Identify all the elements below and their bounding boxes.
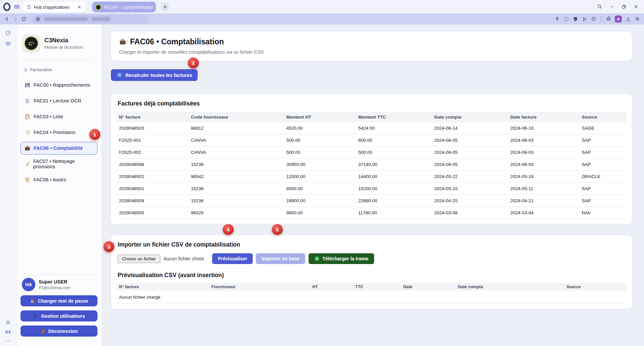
extensions-icon[interactable] xyxy=(606,16,611,22)
users-icon xyxy=(33,313,38,319)
sidebar-item-label: FAC01 • Lecture OCR xyxy=(34,98,81,103)
sidebar-item-fac01[interactable]: FAC01 • Lecture OCR xyxy=(21,94,97,107)
button-label: Gestion utilisateurs xyxy=(41,313,85,319)
booked-invoices-card: Factures déjà comptabilisées N° factureC… xyxy=(111,94,632,224)
new-tab-button[interactable]: + xyxy=(161,3,169,11)
broom-icon xyxy=(24,161,30,167)
column-header: HT xyxy=(310,283,353,291)
tab-tiling-icon[interactable] xyxy=(13,3,20,10)
column-header: Source xyxy=(564,283,627,291)
table-cell: 15236 xyxy=(188,183,284,195)
sidebar-item-fac00[interactable]: FAC00 • Rapprochements xyxy=(21,79,97,91)
minimize-window-icon[interactable] xyxy=(609,4,614,9)
workspaces-icon[interactable] xyxy=(5,41,11,47)
preview-button[interactable]: Prévisualiser xyxy=(212,253,253,264)
annotation-badge-1: 1 xyxy=(89,129,100,140)
page-subtitle: Charger et importer de nouvelles comptab… xyxy=(119,49,624,55)
tab-title: FAC06 – Comptabilisation xyxy=(104,5,153,10)
speed-dial-icon[interactable] xyxy=(5,30,11,36)
search-tabs-icon[interactable] xyxy=(597,4,602,9)
table-row: 20280485681523630950.0037140.002024-06-0… xyxy=(116,159,627,171)
table-cell: 2028048502 xyxy=(116,171,188,183)
sidebar-item-fac03[interactable]: FAC03 • Liste xyxy=(21,110,97,123)
column-header: Source xyxy=(579,112,627,122)
pin-icon[interactable] xyxy=(555,16,560,22)
choose-file-button[interactable]: Choisir un fichier xyxy=(118,255,160,263)
table-cell: SAP xyxy=(579,146,627,159)
table-cell: 2028048501 xyxy=(116,183,188,195)
column-header: Date facture xyxy=(508,112,579,122)
changer-mot-de-passe-button[interactable]: Changer mot de passe xyxy=(21,295,97,306)
download-template-button[interactable]: Télécharger la trame xyxy=(309,253,374,264)
downloads-icon[interactable] xyxy=(626,16,631,22)
section-label: Facturation xyxy=(30,68,52,72)
browser-window: Hub d'applications FAC06 – Comptabilisat… xyxy=(0,0,644,346)
sidebar-item-fac08[interactable]: FAC08 • Avoirs xyxy=(21,173,97,186)
tab-hub-applications[interactable]: Hub d'applications xyxy=(23,2,85,12)
sidebar-item-fac04[interactable]: FAC04 • Provisions xyxy=(21,126,97,139)
scrollgray-icon xyxy=(24,98,31,104)
globe-icon xyxy=(35,16,41,22)
sidebar-item-label: FAC04 • Provisions xyxy=(34,130,75,135)
table-cell: 2024-06-05 xyxy=(432,159,508,171)
table-cell: 12000.00 xyxy=(284,171,356,183)
clipboard-icon xyxy=(24,114,31,120)
tab-title: Hub d'applications xyxy=(34,5,74,10)
table-cell: 2024-05-19 xyxy=(508,171,579,183)
floppy-icon xyxy=(24,82,31,88)
import-to-db-button[interactable]: Importer en base xyxy=(256,253,305,264)
user-row: HA Super USER P0@c3nexia.com xyxy=(22,278,96,291)
table-cell: 2024-03-08 xyxy=(432,207,508,219)
table-cell: 2024-06-10 xyxy=(508,122,579,134)
table-cell: 2024-04-25 xyxy=(432,195,508,207)
url-redacted xyxy=(91,17,110,21)
tab-fac06-comptabilisation[interactable]: FAC06 – Comptabilisation xyxy=(92,2,156,12)
tab-close-icon[interactable] xyxy=(77,5,82,9)
table-cell: ORACLE xyxy=(579,171,627,183)
opera-logo-icon[interactable] xyxy=(3,3,10,11)
section-facturation: Facturation xyxy=(23,68,97,72)
browser-side-strip: GX ⋯ xyxy=(0,25,16,346)
import-controls: Choisir un fichier Aucun fichier choisi … xyxy=(118,253,627,264)
table-cell: 2028048503 xyxy=(116,122,188,134)
sidebar-item-label: FAC06 • Comptabilité xyxy=(34,145,83,151)
forward-icon[interactable] xyxy=(12,16,18,22)
table-cell: 18900.00 xyxy=(284,195,356,207)
gestion-utilisateurs-button[interactable]: Gestion utilisateurs xyxy=(21,310,97,321)
sidebar-item-label: FAC08 • Avoirs xyxy=(34,177,66,182)
reload-icon[interactable] xyxy=(21,16,27,22)
snapshot-icon[interactable] xyxy=(564,16,569,22)
snip-icon[interactable] xyxy=(5,319,11,325)
sidebar-item-fac07[interactable]: FAC07 • Nettoyage provisions xyxy=(21,158,97,170)
back-icon[interactable] xyxy=(4,16,10,22)
table-cell: 10200.00 xyxy=(356,183,432,195)
column-header: N° facture xyxy=(116,112,188,122)
sidebar-item-fac06[interactable]: FAC06 • Comptabilité xyxy=(21,142,97,155)
table-cell: 15236 xyxy=(188,159,284,171)
opera-gx-icon[interactable]: GX xyxy=(5,330,11,334)
send-icon[interactable] xyxy=(582,16,587,22)
table-cell: 30950.00 xyxy=(284,159,356,171)
url-field[interactable] xyxy=(32,15,148,24)
d-connexion-button[interactable]: Déconnexion xyxy=(21,326,97,337)
table-cell: 15236 xyxy=(188,195,284,207)
profile-avatar[interactable]: A xyxy=(615,15,622,23)
csv-import-card: Importer un fichier CSV de comptabilisat… xyxy=(111,235,632,309)
invoices-table: N° factureCode fournisseurMontant HTMont… xyxy=(116,112,627,219)
close-window-icon[interactable] xyxy=(633,4,639,9)
adblock-shield-icon[interactable] xyxy=(573,16,578,22)
column-header: Montant HT xyxy=(284,112,356,122)
table-header-row: N° factureCode fournisseurMontant HTMont… xyxy=(116,112,627,122)
app-subtitle: Module de facturation xyxy=(44,45,83,50)
column-header: Montant TTC xyxy=(356,112,432,122)
user-avatar: HA xyxy=(22,278,35,291)
recalculate-invoices-button[interactable]: Recalculer toutes les factures xyxy=(111,69,198,81)
restore-window-icon[interactable] xyxy=(621,4,627,9)
settings-tune-icon[interactable] xyxy=(635,16,640,22)
bookmark-heart-icon[interactable] xyxy=(591,16,596,22)
table-row: 20280485029654212000.0014400.002024-05-2… xyxy=(116,171,627,183)
table-cell: 2024-06-05 xyxy=(432,146,508,159)
more-options-icon[interactable]: ⋯ xyxy=(6,338,11,343)
sidebar-item-label: FAC03 • Liste xyxy=(34,114,63,119)
table-cell: CANVA xyxy=(188,146,284,159)
